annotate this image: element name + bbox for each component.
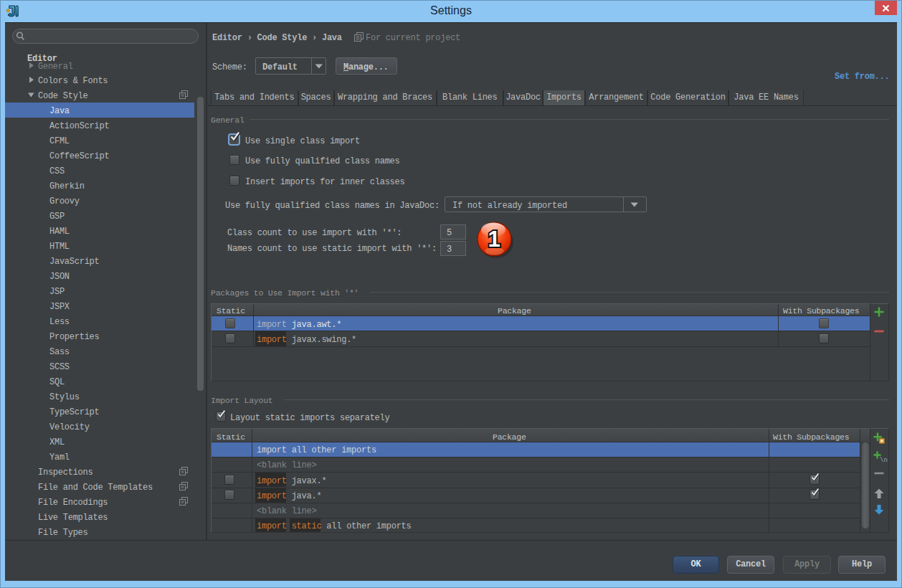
- svg-text:\n: \n: [880, 457, 888, 464]
- svg-text:1: 1: [488, 227, 500, 252]
